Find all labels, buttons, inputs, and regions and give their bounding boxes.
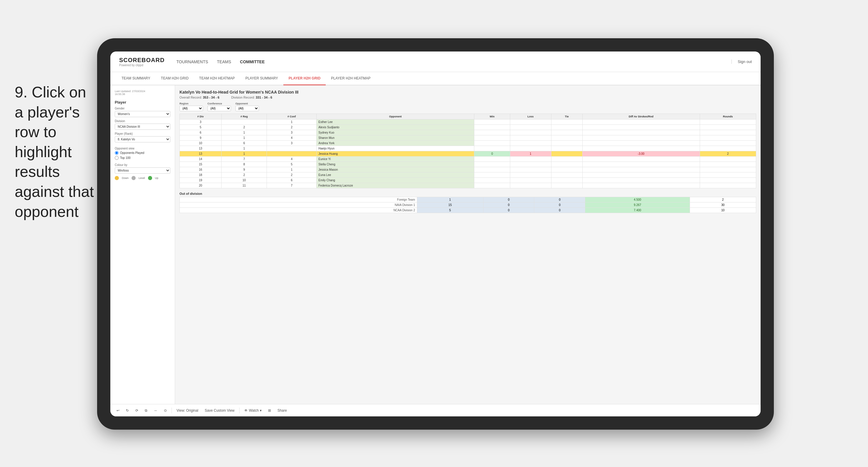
legend-up-dot — [148, 176, 152, 180]
table-row[interactable]: 13 1 Haeijo Hyun — [180, 146, 756, 151]
cell-div: 13 — [180, 151, 222, 157]
refresh-button[interactable]: ⟳ — [133, 408, 140, 413]
save-custom-view-button[interactable]: Save Custom View — [203, 408, 236, 413]
share-button[interactable]: Share — [276, 408, 289, 413]
cell-loss — [510, 135, 551, 141]
main-data-table: # Div # Reg # Conf Opponent Win Loss Tie… — [180, 114, 756, 188]
opponent-filter-select[interactable]: (All) — [236, 106, 259, 111]
cell-reg: 10 — [222, 178, 267, 183]
table-row[interactable]: 14 7 4 Eunice Yi — [180, 157, 756, 162]
cell-win: 0 — [474, 151, 510, 157]
cell-opponent: Eunice Yi — [317, 157, 474, 162]
cell-win — [474, 157, 510, 162]
nav-teams[interactable]: TEAMS — [217, 58, 231, 66]
cell-rounds — [700, 125, 756, 130]
cell-reg: 9 — [222, 167, 267, 173]
cell-win — [474, 135, 510, 141]
table-row[interactable]: 5 2 2 Alexis Sudjianto — [180, 125, 756, 130]
region-filter-select[interactable]: (All) — [180, 106, 203, 111]
gender-select[interactable]: Women's — [115, 111, 170, 117]
tab-team-summary[interactable]: TEAM SUMMARY — [116, 72, 156, 85]
cell-reg: 8 — [222, 162, 267, 167]
nav-committee[interactable]: COMMITTEE — [240, 58, 265, 66]
tab-team-h2h-grid[interactable]: TEAM H2H GRID — [156, 72, 194, 85]
table-row[interactable]: 20 11 7 Federica Domecq Lacroze — [180, 183, 756, 188]
cell-diff — [582, 125, 700, 130]
cell-tie — [551, 183, 582, 188]
instruction-body: Click on a player's row to highlight res… — [15, 84, 94, 220]
cell-diff — [582, 135, 700, 141]
cell-div: 19 — [180, 178, 222, 183]
cell-conf: 7 — [267, 183, 317, 188]
cell-rounds — [700, 173, 756, 178]
legend-up-label: Up — [155, 177, 159, 180]
tab-player-summary[interactable]: PLAYER SUMMARY — [240, 72, 283, 85]
table-row[interactable]: 13 1 Jessica Huang 0 1 -3.00 2 — [180, 151, 756, 157]
last-updated: Last Updated: 27/03/2024 16:55:38 — [115, 90, 170, 96]
undo-button[interactable]: ↩ — [115, 408, 121, 413]
out-row-naia1[interactable]: NAIA Division 1 15 0 0 9.267 30 — [180, 203, 756, 208]
division-select[interactable]: NCAA Division III — [115, 124, 170, 130]
table-row[interactable]: 16 9 1 Jessica Mason — [180, 167, 756, 173]
cell-reg — [222, 120, 267, 125]
cell-loss — [510, 120, 551, 125]
cell-conf: 4 — [267, 135, 317, 141]
tablet-device: SCOREBOARD Powered by clippd TOURNAMENTS… — [97, 38, 774, 430]
table-row[interactable]: 19 10 6 Emily Chang — [180, 178, 756, 183]
table-row[interactable]: 3 1 Esther Lee — [180, 120, 756, 125]
table-row[interactable]: 15 8 5 Stella Cheng — [180, 162, 756, 167]
division-record-label: Division Record: 331 - 34 - 6 — [231, 96, 272, 99]
out-of-division-table: Foreign Team 1 0 0 4.500 2 NAIA Division… — [180, 197, 756, 213]
cell-reg: 1 — [222, 135, 267, 141]
out-row-ncaa2[interactable]: NCAA Division 2 5 0 0 7.400 10 — [180, 208, 756, 213]
opponent-view-section: Opponent view Opponents Played Top 100 — [115, 147, 170, 160]
cell-diff — [582, 130, 700, 135]
cell-div: 3 — [180, 120, 222, 125]
out-cell-rounds: 2 — [690, 197, 756, 203]
radio-top-100[interactable]: Top 100 — [115, 156, 170, 160]
out-cell-win: 15 — [417, 203, 483, 208]
player-rank-select[interactable]: 8. Katelyn Vo — [115, 136, 170, 143]
colour-by-select[interactable]: Win/loss — [115, 167, 170, 174]
cell-rounds — [700, 183, 756, 188]
table-row[interactable]: 18 2 2 Euna Lee — [180, 173, 756, 178]
copy-button[interactable]: ⧉ — [143, 408, 149, 413]
exchange-button[interactable]: ↔ — [152, 408, 159, 413]
cell-loss — [510, 162, 551, 167]
col-header-div: # Div — [180, 114, 222, 120]
out-cell-name: NAIA Division 1 — [180, 203, 417, 208]
legend-down-dot — [115, 176, 119, 180]
toolbar-separator-2 — [239, 408, 240, 413]
cell-conf — [267, 146, 317, 151]
tab-player-h2h-heatmap[interactable]: PLAYER H2H HEATMAP — [326, 72, 376, 85]
tab-team-h2h-heatmap[interactable]: TEAM H2H HEATMAP — [194, 72, 240, 85]
redo-button[interactable]: ↻ — [124, 408, 131, 413]
col-header-opponent: Opponent — [317, 114, 474, 120]
out-row-foreign[interactable]: Foreign Team 1 0 0 4.500 2 — [180, 197, 756, 203]
target-button[interactable]: ⊙ — [162, 408, 168, 413]
table-row[interactable]: 9 1 4 Sharon Mun — [180, 135, 756, 141]
save-custom-view-label: Save Custom View — [205, 408, 235, 412]
cell-reg: 1 — [222, 130, 267, 135]
cell-tie — [551, 162, 582, 167]
watch-button[interactable]: 👁 Watch ▾ — [243, 408, 264, 413]
cell-rounds — [700, 141, 756, 146]
cell-div: 20 — [180, 183, 222, 188]
grid-button[interactable]: ⊞ — [266, 408, 273, 413]
cell-loss — [510, 125, 551, 130]
out-cell-win: 5 — [417, 208, 483, 213]
tab-player-h2h-grid[interactable]: PLAYER H2H GRID — [283, 72, 326, 85]
col-header-loss: Loss — [510, 114, 551, 120]
radio-opponents-played[interactable]: Opponents Played — [115, 151, 170, 155]
sign-out-button[interactable]: Sign out — [732, 59, 752, 64]
out-cell-tie: 0 — [534, 197, 585, 203]
table-row[interactable]: 6 1 3 Sydney Kuo — [180, 130, 756, 135]
nav-tournaments[interactable]: TOURNAMENTS — [176, 58, 208, 66]
view-original-button[interactable]: View: Original — [175, 408, 200, 413]
cell-tie — [551, 178, 582, 183]
conference-filter-select[interactable]: (All) — [208, 106, 231, 111]
col-header-rounds: Rounds — [700, 114, 756, 120]
overall-record-label: Overall Record: 353 - 34 - 6 — [180, 96, 219, 99]
cell-conf: 2 — [267, 173, 317, 178]
table-row[interactable]: 10 6 3 Andrea York — [180, 141, 756, 146]
